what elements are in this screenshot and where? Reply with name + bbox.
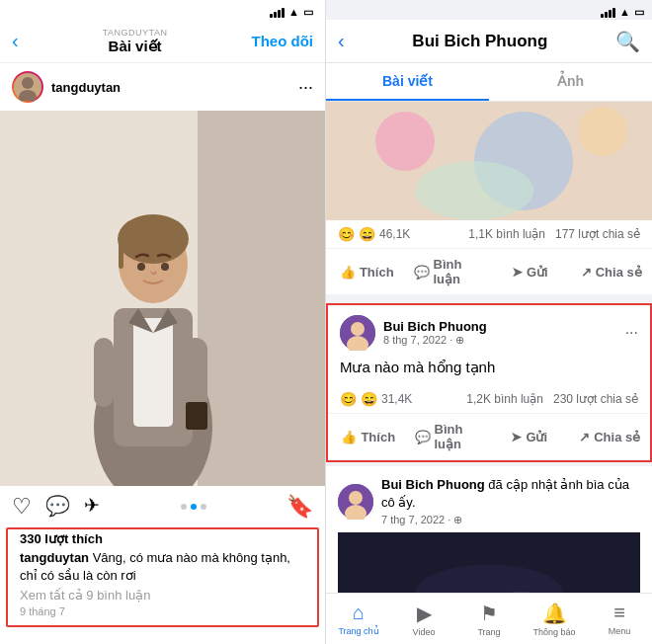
fb-post-2-actions: 👍 Thích 💬 Bình luận ➤ Gửi ↗ Chia sẻ xyxy=(328,414,650,460)
fb-send-btn-1[interactable]: ➤ Gửi xyxy=(489,251,571,292)
fb-nav-home[interactable]: ⌂ Trang chủ xyxy=(326,594,391,644)
ig-avatar-inner xyxy=(14,73,41,101)
svg-rect-13 xyxy=(94,338,114,407)
svg-rect-12 xyxy=(186,402,207,430)
fb-comment-btn-1[interactable]: 💬 Bình luận xyxy=(408,251,490,292)
facebook-panel: ▲ ▭ ‹ Bui Bich Phuong 🔍 Bài viết Ảnh xyxy=(326,0,652,644)
fb-nav-pages[interactable]: ⚑ Trang xyxy=(456,594,522,644)
fb-post-3-user-row: Bui Bich Phuong đã cập nhật ảnh bìa của … xyxy=(338,476,640,526)
ig-actions-row: ♡ 💬 ✈ 🔖 xyxy=(0,486,325,527)
reaction-emoji-2: 😄 xyxy=(359,226,375,242)
ig-post-timestamp: 9 tháng 7 xyxy=(20,605,305,617)
fb-post-2: Bui Bich Phuong 8 thg 7, 2022 · ⊕ ··· Mư… xyxy=(326,303,652,462)
fb-feed: 😊 😄 46,1K 1,1K bình luận 177 lượt chia s… xyxy=(326,102,652,593)
svg-point-24 xyxy=(351,322,365,336)
fb-tab-posts[interactable]: Bài viết xyxy=(326,63,489,101)
fb-post-1-count: 46,1K xyxy=(379,227,410,241)
fb-search-button[interactable]: 🔍 xyxy=(615,30,640,53)
share-label-2: Chia sẻ xyxy=(594,430,640,444)
battery-icon: ▭ xyxy=(303,6,313,19)
send-icon-2: ➤ xyxy=(511,430,522,444)
fb-status-bar: ▲ ▭ xyxy=(326,0,652,20)
fb-post-2-more[interactable]: ··· xyxy=(625,324,638,342)
fb-post-3-user-info: Bui Bich Phuong đã cập nhật ảnh bìa của … xyxy=(381,476,640,526)
fb-send-btn-2[interactable]: ➤ Gửi xyxy=(489,416,570,457)
fb-post-2-user: Bui Bich Phuong 8 thg 7, 2022 · ⊕ xyxy=(340,315,487,351)
fb-nav-menu-label: Menu xyxy=(609,626,631,636)
fb-post-3: Bui Bich Phuong đã cập nhật ảnh bìa của … xyxy=(326,466,652,593)
ig-status-bar: ▲ ▭ xyxy=(0,0,325,20)
svg-point-19 xyxy=(375,112,435,171)
ig-bookmark-icon[interactable]: 🔖 xyxy=(286,494,313,520)
fb-tabs: Bài viết Ảnh xyxy=(326,63,652,102)
ig-comment-icon[interactable]: 💬 xyxy=(45,494,70,520)
ig-follow-button[interactable]: Theo dõi xyxy=(252,33,314,49)
fb-page-title: Bui Bich Phuong xyxy=(412,32,547,51)
fb-share-btn-2[interactable]: ↗ Chia sẻ xyxy=(570,416,651,457)
ig-more-button[interactable]: ··· xyxy=(298,77,313,98)
carousel-dot-2 xyxy=(191,504,197,510)
ig-view-comments[interactable]: Xem tất cả 9 bình luận xyxy=(20,588,305,603)
ig-user-info: tangduytan xyxy=(12,71,121,103)
fb-wifi-icon: ▲ xyxy=(619,6,630,18)
fb-nav-notifications[interactable]: 🔔 Thông báo xyxy=(522,594,587,644)
ig-avatar[interactable] xyxy=(12,71,43,103)
fb-post-1-meta: 1,1K bình luận 177 lượt chia sẻ xyxy=(468,227,640,241)
fb-post-1-bg xyxy=(326,102,652,220)
ig-likes-count: 330 lượt thích xyxy=(20,531,305,546)
pages-icon: ⚑ xyxy=(480,602,498,625)
ig-like-icon[interactable]: ♡ xyxy=(12,494,32,520)
fb-post-3-text: Bui Bich Phuong đã cập nhật ảnh bìa của … xyxy=(381,476,640,512)
ig-back-button[interactable]: ‹ xyxy=(12,30,19,52)
fb-post-2-text: Mưa nào mà hổng tạnh xyxy=(328,357,650,385)
fb-post-3-image xyxy=(338,532,640,593)
fb-post-1-actions: 👍 Thích 💬 Bình luận ➤ Gửi ↗ Chia sẻ xyxy=(326,249,652,295)
fb-post-3-image-content xyxy=(338,532,640,593)
comment-label-1: Bình luận xyxy=(434,257,484,286)
ig-photo-bg xyxy=(0,111,325,486)
fb-nav-notif-label: Thông báo xyxy=(532,627,575,637)
svg-point-16 xyxy=(137,263,145,271)
ig-post-username[interactable]: tangduytan xyxy=(51,80,121,95)
fb-post-2-avatar[interactable] xyxy=(340,315,375,351)
person-photo xyxy=(0,111,325,486)
fb-post-2-stats: 😊 😄 31,4K 1,2K bình luận 230 lượt chia s… xyxy=(328,385,650,414)
ig-header: ‹ TANGDUYTAN Bài viết Theo dõi xyxy=(0,20,325,63)
ig-share-icon[interactable]: ✈ xyxy=(84,494,100,520)
menu-icon: ≡ xyxy=(613,602,625,624)
avatar-silhouette xyxy=(14,73,41,101)
like-label-1: Thích xyxy=(360,265,394,280)
fb-nav-video[interactable]: ▶ Video xyxy=(391,594,456,644)
fb-back-button[interactable]: ‹ xyxy=(338,30,345,52)
svg-point-22 xyxy=(415,161,533,220)
ig-caption-text: tangduytan Vâng, có mưa nào mà không tạn… xyxy=(20,549,305,585)
fb-share-btn-1[interactable]: ↗ Chia sẻ xyxy=(571,251,653,292)
fb-post-1-shares: 177 lượt chia sẻ xyxy=(555,227,640,241)
ig-caption-handle[interactable]: tangduytan xyxy=(20,550,89,565)
fb-post-3-artwork xyxy=(338,532,640,593)
fb-post-2-name[interactable]: Bui Bich Phuong xyxy=(383,319,487,334)
home-icon: ⌂ xyxy=(353,602,365,624)
send-icon-1: ➤ xyxy=(512,265,523,280)
fb-post-3-avatar[interactable] xyxy=(338,484,373,520)
svg-point-9 xyxy=(118,214,189,264)
ig-user-row: tangduytan ··· xyxy=(0,63,325,111)
fb-post-2-count: 31,4K xyxy=(381,392,412,406)
fb-nav-menu[interactable]: ≡ Menu xyxy=(587,594,652,644)
like-icon-2: 👍 xyxy=(341,430,357,444)
fb-tab-photos[interactable]: Ảnh xyxy=(489,63,652,101)
reaction-emoji-4: 😄 xyxy=(361,391,377,407)
share-label-1: Chia sẻ xyxy=(596,265,642,280)
svg-point-0 xyxy=(22,77,34,89)
fb-post-3-avatar-img xyxy=(338,484,373,520)
comment-label-2: Bình luận xyxy=(435,422,484,451)
fb-comment-btn-2[interactable]: 💬 Bình luận xyxy=(409,416,490,457)
ig-caption-area: 330 lượt thích tangduytan Vâng, có mưa n… xyxy=(6,527,319,627)
svg-rect-10 xyxy=(119,239,123,269)
fb-like-btn-1[interactable]: 👍 Thích xyxy=(326,251,408,292)
video-icon: ▶ xyxy=(417,602,432,625)
fb-like-btn-2[interactable]: 👍 Thích xyxy=(328,416,409,457)
ig-header-center: TANGDUYTAN Bài viết xyxy=(103,28,168,55)
svg-rect-7 xyxy=(133,318,173,427)
fb-post-3-name[interactable]: Bui Bich Phuong xyxy=(381,477,485,492)
